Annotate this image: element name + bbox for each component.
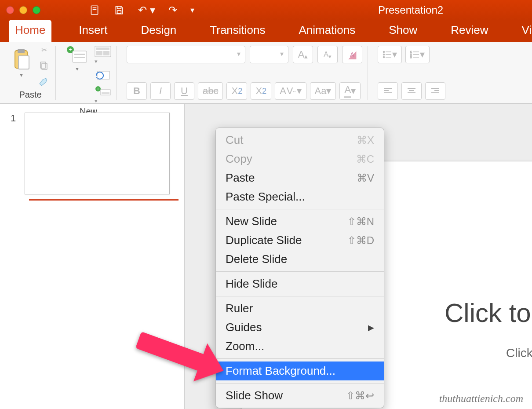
bold-button[interactable]: B xyxy=(127,82,147,100)
font-name-select[interactable] xyxy=(127,46,245,63)
superscript-button[interactable]: X2 xyxy=(226,82,247,100)
clear-formatting-button[interactable]: ◢A xyxy=(342,46,362,63)
svg-rect-12 xyxy=(74,57,85,58)
svg-rect-15 xyxy=(96,51,102,55)
align-right-button[interactable] xyxy=(425,82,445,100)
slide-thumb-1[interactable]: 1 xyxy=(11,113,174,194)
menu-duplicate-slide[interactable]: Duplicate Slide⇧⌘D xyxy=(216,231,384,250)
svg-point-24 xyxy=(383,54,385,55)
svg-rect-16 xyxy=(103,51,109,55)
svg-rect-14 xyxy=(96,47,109,50)
file-icon[interactable] xyxy=(89,4,100,16)
menu-separator xyxy=(216,271,384,272)
title-placeholder[interactable]: Click to a xyxy=(445,298,532,328)
menu-delete-slide[interactable]: Delete Slide xyxy=(216,250,384,269)
font-size-select[interactable] xyxy=(250,46,288,63)
svg-rect-6 xyxy=(42,63,47,69)
group-slides: + ▾ ▾ + ▾ New Slide xyxy=(60,46,117,100)
tab-strip: Home Insert Design Transitions Animation… xyxy=(0,20,532,42)
layout-icon[interactable]: ▾ xyxy=(95,46,111,65)
svg-rect-0 xyxy=(91,6,98,15)
menu-hide-slide[interactable]: Hide Slide xyxy=(216,274,384,293)
tab-transitions[interactable]: Transitions xyxy=(204,20,271,42)
tab-home[interactable]: Home xyxy=(9,20,51,42)
numbering-button[interactable]: 123 ▾ xyxy=(405,46,430,63)
svg-rect-4 xyxy=(18,49,25,53)
active-slide-indicator xyxy=(29,199,179,201)
group-clipboard: ▾ ✂ Paste xyxy=(5,46,56,100)
group-font: A▴ A▾ ◢A B I U abc X2 X2 A V↔ ▾ Aa ▾ A ▾ xyxy=(121,46,368,100)
subtitle-placeholder[interactable]: Click to add s xyxy=(506,346,532,360)
menu-copy: Copy⌘C xyxy=(216,150,384,168)
svg-text:3: 3 xyxy=(410,56,412,58)
bullets-button[interactable]: ▾ xyxy=(378,46,402,63)
copy-icon[interactable] xyxy=(39,60,49,71)
menu-new-slide[interactable]: New Slide⇧⌘N xyxy=(216,212,384,231)
svg-rect-7 xyxy=(40,62,46,68)
svg-point-22 xyxy=(383,51,385,53)
tab-insert[interactable]: Insert xyxy=(73,20,113,42)
tab-review[interactable]: Review xyxy=(445,20,494,42)
menu-separator xyxy=(216,383,384,383)
context-menu: Cut⌘X Copy⌘C Paste⌘V Paste Special... Ne… xyxy=(215,128,384,408)
menu-format-background[interactable]: Format Background... xyxy=(216,362,384,380)
quick-access-toolbar: ↶ ▾ ↷ ▾ xyxy=(89,4,194,16)
svg-point-26 xyxy=(383,57,385,58)
presentation-title: Presentation2 xyxy=(378,4,443,16)
menu-guides[interactable]: Guides▶ xyxy=(216,318,384,337)
menu-separator xyxy=(216,358,384,359)
undo-icon[interactable]: ↶ ▾ xyxy=(138,4,155,16)
subscript-button[interactable]: X2 xyxy=(251,82,271,100)
underline-button[interactable]: U xyxy=(174,82,194,100)
menu-zoom[interactable]: Zoom... xyxy=(216,337,384,356)
tab-design[interactable]: Design xyxy=(135,20,182,42)
paste-button[interactable]: ▾ xyxy=(11,46,32,78)
paste-label: Paste xyxy=(19,90,41,100)
cut-icon[interactable]: ✂ xyxy=(41,46,47,54)
watermark: thuthuattienich.com xyxy=(439,393,523,405)
svg-rect-11 xyxy=(74,54,85,55)
group-paragraph: ▾ 123 ▾ xyxy=(372,46,451,100)
svg-rect-1 xyxy=(117,6,121,8)
reset-icon[interactable] xyxy=(95,69,111,81)
char-spacing-button[interactable]: A V↔ ▾ xyxy=(275,82,306,100)
qat-more-icon[interactable]: ▾ xyxy=(190,4,194,16)
thumbnail-panel[interactable]: 1 xyxy=(0,104,185,409)
titlebar: ↶ ▾ ↷ ▾ Presentation2 xyxy=(0,0,532,20)
menu-separator xyxy=(216,296,384,296)
save-icon[interactable] xyxy=(113,4,125,16)
align-center-button[interactable] xyxy=(401,82,422,100)
slide-number: 1 xyxy=(11,113,16,124)
menu-separator xyxy=(216,209,384,209)
menu-paste-special[interactable]: Paste Special... xyxy=(216,187,384,206)
change-case-button[interactable]: Aa ▾ xyxy=(310,82,336,100)
svg-text:+: + xyxy=(97,87,99,91)
menu-paste[interactable]: Paste⌘V xyxy=(216,168,384,187)
svg-rect-5 xyxy=(18,56,29,69)
slide-preview[interactable] xyxy=(25,113,170,194)
svg-rect-2 xyxy=(117,11,121,14)
strike-button[interactable]: abc xyxy=(198,82,223,100)
menu-cut: Cut⌘X xyxy=(216,131,384,150)
decrease-font-button[interactable]: A▾ xyxy=(317,46,338,63)
tab-view[interactable]: View xyxy=(515,20,532,42)
zoom-window[interactable] xyxy=(33,6,40,14)
svg-text:+: + xyxy=(69,47,72,53)
font-color-button[interactable]: A ▾ xyxy=(339,82,361,100)
submenu-arrow-icon: ▶ xyxy=(368,323,374,332)
redo-icon[interactable]: ↷ xyxy=(168,4,177,16)
window-controls xyxy=(6,6,40,14)
svg-rect-21 xyxy=(102,92,109,94)
minimize-window[interactable] xyxy=(19,6,27,14)
close-window[interactable] xyxy=(6,6,14,14)
new-slide-button[interactable]: + ▾ xyxy=(66,46,88,72)
menu-ruler[interactable]: Ruler xyxy=(216,299,384,318)
format-painter-icon[interactable] xyxy=(38,77,50,87)
menu-slide-show[interactable]: Slide Show⇧⌘↩ xyxy=(216,386,384,405)
align-left-button[interactable] xyxy=(378,82,398,100)
increase-font-button[interactable]: A▴ xyxy=(293,46,313,63)
section-icon[interactable]: + ▾ xyxy=(95,85,111,105)
ribbon: ▾ ✂ Paste + ▾ ▾ + ▾ New Slide xyxy=(0,42,532,104)
tab-animations[interactable]: Animations xyxy=(293,20,362,42)
italic-button[interactable]: I xyxy=(150,82,171,100)
